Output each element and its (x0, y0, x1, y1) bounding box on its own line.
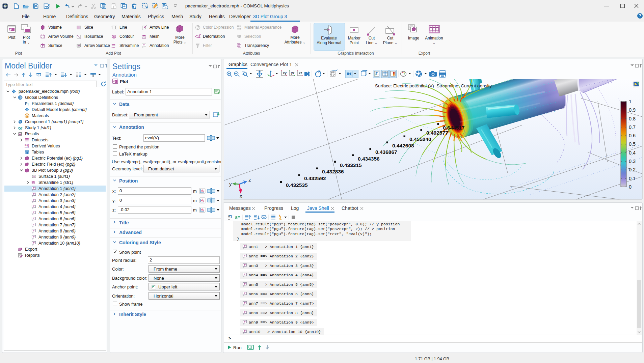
svg-text:1: 1 (629, 99, 632, 104)
svg-text:0.8: 0.8 (629, 116, 636, 121)
svg-text:0.644517: 0.644517 (443, 125, 465, 131)
svg-text:Surface: Electric potential (V: Surface: Electric potential (V) Streamli… (375, 83, 492, 88)
svg-text:P: P (25, 102, 27, 106)
svg-text:0.436867: 0.436867 (375, 149, 397, 155)
svg-text:y: y (229, 181, 232, 187)
svg-text:0.3: 0.3 (629, 159, 636, 164)
svg-text:0.1: 0.1 (629, 176, 636, 181)
svg-text:xy: xy (283, 71, 287, 75)
svg-text:0.433315: 0.433315 (340, 162, 362, 168)
svg-text:¡: ¡ (28, 102, 29, 106)
svg-text:0.432592: 0.432592 (304, 175, 326, 181)
svg-text:0.7: 0.7 (629, 124, 636, 130)
svg-text:0.4: 0.4 (629, 150, 636, 156)
svg-text:0: 0 (629, 184, 632, 190)
svg-text:a=: a= (235, 215, 240, 220)
svg-text:0.432836: 0.432836 (322, 169, 344, 174)
svg-text:0.434356: 0.434356 (358, 156, 380, 162)
svg-text:0.6: 0.6 (629, 133, 636, 138)
svg-text:yz: yz (291, 71, 295, 75)
svg-text:0.9: 0.9 (629, 107, 636, 113)
svg-text:0.492577: 0.492577 (426, 130, 448, 136)
svg-text:0.5: 0.5 (629, 141, 636, 147)
svg-text:z: z (248, 177, 251, 183)
svg-text:0.432535: 0.432535 (286, 182, 308, 188)
svg-text:0.442608: 0.442608 (392, 143, 414, 148)
svg-text:xz: xz (299, 71, 302, 75)
svg-text:e-12: e-12 (25, 146, 29, 148)
svg-text:x: x (240, 193, 242, 199)
svg-text:0.2: 0.2 (629, 167, 636, 172)
svg-text:0.455240: 0.455240 (409, 136, 431, 142)
